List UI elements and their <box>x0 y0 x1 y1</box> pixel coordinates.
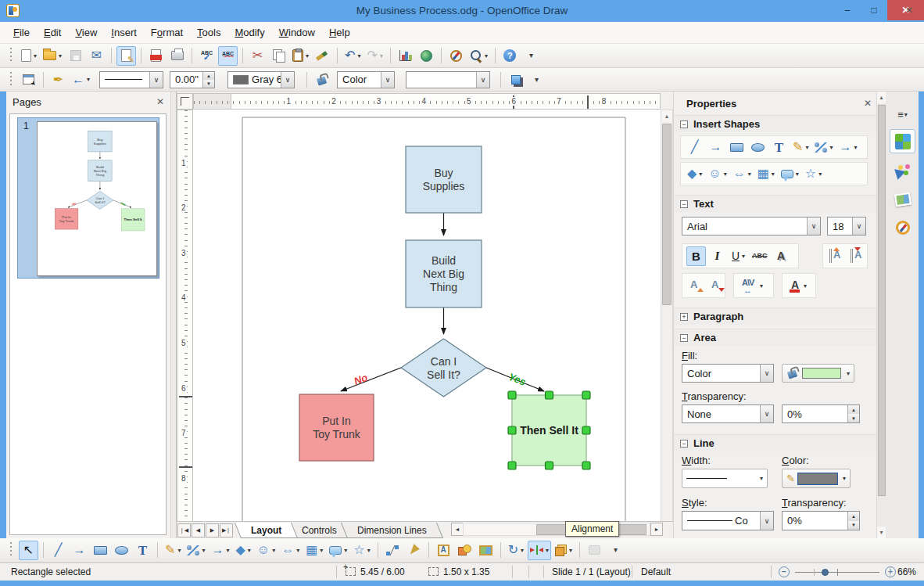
dropdown-arrow-icon[interactable]: ▾ <box>760 282 763 289</box>
spin-down-icon[interactable]: ▼ <box>203 80 214 88</box>
rectangle-button[interactable] <box>91 541 110 560</box>
maximize-button[interactable]: □ <box>861 0 887 20</box>
sidebar-tab-images[interactable] <box>890 187 915 211</box>
pages-close-icon[interactable]: ✕ <box>156 96 164 107</box>
dropdown-arrow-icon[interactable]: ▾ <box>87 76 90 83</box>
line-button[interactable]: ╱ <box>48 541 68 560</box>
stars-button[interactable]: ☆▾ <box>351 541 372 560</box>
curve-button[interactable]: ✎▾ <box>790 138 811 157</box>
tab-layout[interactable]: Layout <box>235 523 298 538</box>
scroll-down-icon[interactable]: ▼ <box>877 527 886 538</box>
scroll-up-icon[interactable]: ▲ <box>877 92 886 103</box>
flowchart-button[interactable]: ▦▾ <box>303 541 325 560</box>
collapse-icon[interactable]: − <box>680 440 688 448</box>
copy-button[interactable] <box>269 46 288 66</box>
from-file-button[interactable] <box>455 541 475 560</box>
spin-down-icon[interactable]: ▼ <box>848 521 859 530</box>
combo-arrow-icon[interactable]: ∨ <box>381 72 394 88</box>
section-line[interactable]: − Line <box>674 434 876 451</box>
symbol-shapes-button[interactable]: ☺▾ <box>706 164 729 184</box>
combo-arrow-icon[interactable]: ∨ <box>760 365 773 382</box>
rectangle-button[interactable] <box>727 138 747 157</box>
dropdown-arrow-icon[interactable]: ▾ <box>805 144 808 151</box>
sidebar-tab-gallery[interactable] <box>890 159 915 183</box>
zoom-level[interactable]: 66% <box>897 566 916 577</box>
block-arrows-button[interactable]: ⇔▾ <box>279 541 302 560</box>
curve-button[interactable]: ✎▾ <box>163 541 183 560</box>
callouts-button[interactable]: ▾ <box>327 541 349 560</box>
dropdown-arrow-icon[interactable]: ▾ <box>829 144 833 151</box>
line-style-select[interactable]: Co ∨ <box>682 511 774 530</box>
increase-font-button[interactable] <box>686 276 706 296</box>
expand-icon[interactable]: + <box>680 313 688 321</box>
select-button[interactable]: ↖ <box>19 541 38 560</box>
basic-shapes-button[interactable]: ◆▾ <box>685 164 704 184</box>
section-text[interactable]: − Text <box>674 195 876 212</box>
font-color-button[interactable]: ▾ <box>786 276 809 296</box>
dropdown-arrow-icon[interactable]: ▾ <box>521 547 524 554</box>
scrollbar-track[interactable] <box>463 523 650 536</box>
spin-down-icon[interactable]: ▼ <box>848 414 859 422</box>
tab-dimension-lines[interactable]: Dimension Lines <box>341 523 443 538</box>
combo-arrow-icon[interactable]: ∨ <box>852 218 865 235</box>
dropdown-arrow-icon[interactable]: ▾ <box>357 52 360 59</box>
area-transparency-type-select[interactable]: None ∨ <box>682 404 774 423</box>
ellipse-button[interactable] <box>748 138 768 157</box>
text-shadow-button[interactable]: A <box>772 246 791 266</box>
line-color-select[interactable]: Gray 6 ∨ <box>227 71 295 88</box>
line-attributes-button[interactable]: ✒ <box>48 70 68 89</box>
dropdown-arrow-icon[interactable]: ▾ <box>724 171 727 178</box>
flowchart-connector[interactable] <box>341 368 401 391</box>
flowchart-button[interactable]: ▦▾ <box>755 164 777 184</box>
line-color-button[interactable]: ✎ ▾ <box>782 469 851 488</box>
edit-file-button[interactable] <box>116 46 136 66</box>
zoom-track[interactable] <box>795 572 879 573</box>
fill-color-button[interactable]: ▾ <box>782 364 854 383</box>
symbol-shapes-button[interactable]: ☺▾ <box>255 541 278 560</box>
line-width-button[interactable]: ▾ <box>682 469 768 488</box>
dropdown-arrow-icon[interactable]: ▾ <box>380 52 383 59</box>
fill-type-select[interactable]: Color ∨ <box>337 71 395 88</box>
flowchart-connector[interactable] <box>68 200 87 207</box>
alignment-button[interactable]: ▾ <box>528 541 551 560</box>
dropdown-arrow-icon[interactable]: ▾ <box>306 52 309 59</box>
print-button[interactable] <box>167 46 187 66</box>
callouts-button[interactable]: ▾ <box>779 164 801 184</box>
menu-file[interactable]: File <box>6 23 37 41</box>
text-button[interactable]: T <box>133 541 152 560</box>
selection-handle[interactable] <box>582 391 590 399</box>
last-page-button[interactable]: ▶❘ <box>220 523 233 537</box>
font-size-select[interactable]: 18 ∨ <box>827 217 866 235</box>
menu-view[interactable]: View <box>68 23 104 41</box>
menu-edit[interactable]: Edit <box>37 23 68 41</box>
decrease-font-button[interactable] <box>707 276 727 296</box>
format-paintbrush-button[interactable] <box>313 46 332 66</box>
dropdown-arrow-icon[interactable]: ▾ <box>843 475 846 482</box>
gallery-button[interactable] <box>476 541 496 560</box>
dropdown-arrow-icon[interactable]: ▾ <box>248 547 251 554</box>
autospellcheck-button[interactable] <box>218 46 238 66</box>
dropdown-arrow-icon[interactable]: ▾ <box>772 171 775 178</box>
menu-window[interactable]: Window <box>272 23 322 41</box>
line-width-spinner[interactable]: 0.00" ▲▼ <box>170 71 215 88</box>
bold-button[interactable]: B <box>686 246 706 266</box>
section-insert-shapes[interactable]: − Insert Shapes <box>674 115 876 132</box>
chart-button[interactable] <box>396 46 415 66</box>
toolbar-grip[interactable] <box>9 48 13 63</box>
selection-handle[interactable] <box>508 462 516 469</box>
minimize-button[interactable]: – <box>834 0 861 20</box>
styles-button[interactable] <box>19 70 38 89</box>
dropdown-arrow-icon[interactable]: ▾ <box>226 547 229 554</box>
new-document-button[interactable]: ▾ <box>19 46 39 66</box>
hyperlink-button[interactable] <box>417 46 436 66</box>
selection-handle[interactable] <box>582 462 590 469</box>
dropdown-arrow-icon[interactable]: ▾ <box>367 547 371 554</box>
close-document-icon[interactable]: ✕ <box>905 5 913 16</box>
section-paragraph[interactable]: + Paragraph <box>674 307 876 325</box>
decrease-spacing-button[interactable] <box>848 246 868 266</box>
arrange-button[interactable]: ▾ <box>553 541 575 560</box>
scrollbar-thumb[interactable] <box>878 105 886 496</box>
scrollbar-thumb[interactable] <box>662 124 672 305</box>
combo-arrow-icon[interactable]: ∨ <box>149 72 163 88</box>
spin-up-icon[interactable]: ▲ <box>848 405 859 414</box>
